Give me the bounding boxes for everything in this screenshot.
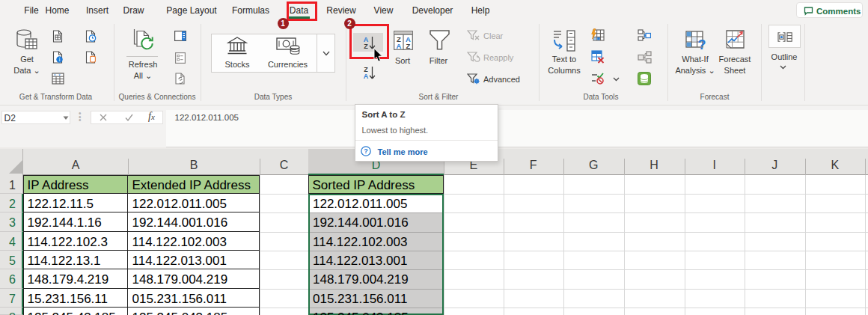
svg-text:A: A <box>364 73 369 80</box>
svg-text:Z: Z <box>406 41 410 49</box>
svg-text:?: ? <box>364 147 368 155</box>
svg-text:?: ? <box>698 37 706 51</box>
svg-text:i: i <box>58 56 60 63</box>
svg-text:A: A <box>396 41 401 49</box>
